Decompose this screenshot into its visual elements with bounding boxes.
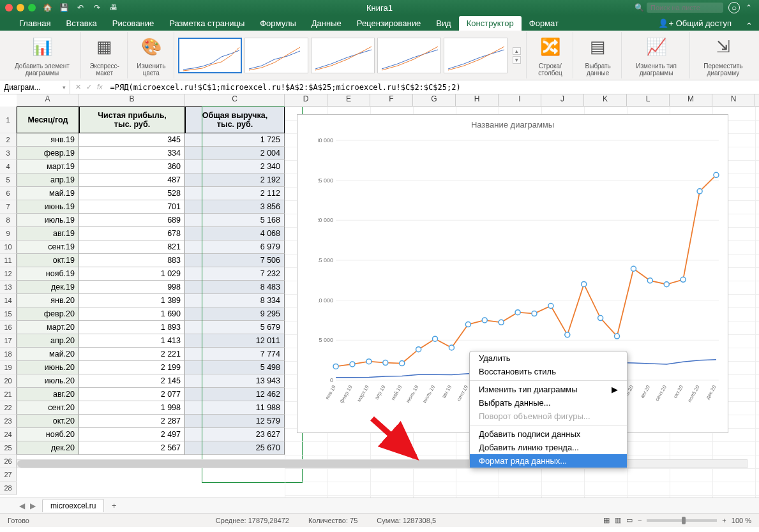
- view-layout-icon[interactable]: ▥: [615, 516, 621, 524]
- print-icon[interactable]: 🖶: [109, 3, 119, 13]
- menu-item[interactable]: Добавить подписи данных: [470, 427, 627, 441]
- row-header-5[interactable]: 5: [0, 174, 17, 187]
- cell[interactable]: окт.19: [17, 254, 79, 267]
- window-minimize-icon[interactable]: [17, 4, 24, 11]
- header-cell[interactable]: Чистая прибыль, тыс. руб.: [79, 107, 185, 133]
- col-header-B[interactable]: B: [79, 94, 185, 106]
- row-header-15[interactable]: 15: [0, 307, 17, 321]
- home-icon[interactable]: 🏠: [42, 3, 52, 13]
- change-colors-button[interactable]: 🎨 Изменить цвета: [129, 32, 174, 78]
- cell[interactable]: дек.19: [17, 281, 79, 294]
- row-header-16[interactable]: 16: [0, 321, 17, 334]
- header-cell[interactable]: Общая выручка, тыс. руб.: [185, 107, 285, 133]
- cell[interactable]: авг.19: [17, 227, 79, 240]
- col-header-N[interactable]: N: [712, 94, 755, 106]
- cell[interactable]: 487: [79, 174, 185, 187]
- row-header-28[interactable]: 28: [0, 482, 17, 495]
- cell[interactable]: 2 145: [79, 374, 185, 388]
- cell[interactable]: 2 004: [185, 147, 285, 160]
- cell[interactable]: апр.20: [17, 334, 79, 348]
- cell[interactable]: янв.20: [17, 294, 79, 307]
- cell[interactable]: 7 774: [185, 348, 285, 361]
- cell[interactable]: 4 068: [185, 227, 285, 240]
- cell[interactable]: 2 221: [79, 348, 185, 361]
- menu-item[interactable]: Изменить тип диаграммы▶: [470, 383, 627, 396]
- tab-Рецензирование[interactable]: Рецензирование: [349, 16, 428, 31]
- feedback-icon[interactable]: ☺: [728, 2, 740, 13]
- col-header-I[interactable]: I: [499, 94, 541, 106]
- cell[interactable]: май.20: [17, 348, 79, 361]
- col-header-M[interactable]: M: [670, 94, 712, 106]
- chevron-up-icon[interactable]: ⌃: [744, 3, 754, 13]
- cell[interactable]: 998: [79, 281, 185, 294]
- row-header-24[interactable]: 24: [0, 428, 17, 441]
- add-chart-element-button[interactable]: 📊 Добавить элемент диаграммы: [4, 32, 81, 78]
- cell[interactable]: 1 893: [79, 321, 185, 334]
- cell[interactable]: 12 579: [185, 415, 285, 428]
- cell[interactable]: авг.20: [17, 388, 79, 401]
- sheet-nav-right-icon[interactable]: ▶: [30, 501, 36, 510]
- menu-item[interactable]: Выбрать данные...: [470, 396, 627, 410]
- tab-Данные[interactable]: Данные: [304, 16, 349, 31]
- chart-title[interactable]: Название диаграммы: [297, 115, 728, 129]
- cell[interactable]: 7 506: [185, 254, 285, 267]
- row-header-2[interactable]: 2: [0, 133, 17, 147]
- tab-Главная[interactable]: Главная: [11, 16, 58, 31]
- col-header-H[interactable]: H: [456, 94, 499, 106]
- chart-style-3[interactable]: [311, 38, 375, 73]
- chart-style-2[interactable]: [244, 38, 308, 73]
- row-header-13[interactable]: 13: [0, 281, 17, 294]
- cell[interactable]: 7 232: [185, 267, 285, 281]
- row-header-22[interactable]: 22: [0, 401, 17, 415]
- chart-style-5[interactable]: [444, 38, 507, 73]
- window-maximize-icon[interactable]: [28, 4, 36, 11]
- chart-style-4[interactable]: [377, 38, 441, 73]
- col-header-C[interactable]: C: [185, 94, 285, 106]
- cell[interactable]: 334: [79, 147, 185, 160]
- cell[interactable]: 2 287: [79, 415, 185, 428]
- tab-Вставка[interactable]: Вставка: [58, 16, 104, 31]
- row-header-12[interactable]: 12: [0, 267, 17, 281]
- share-button[interactable]: 👤+ Общий доступ: [650, 16, 739, 31]
- name-box[interactable]: Диаграм...▾: [0, 80, 70, 94]
- worksheet-grid[interactable]: ABCDEFGHIJKLMN 1234567891011121314151617…: [0, 94, 759, 498]
- cell[interactable]: 2 077: [79, 388, 185, 401]
- accept-formula-icon[interactable]: ✓: [86, 83, 92, 91]
- col-header-K[interactable]: K: [584, 94, 627, 106]
- col-header-G[interactable]: G: [413, 94, 456, 106]
- row-header-20[interactable]: 20: [0, 374, 17, 388]
- menu-item[interactable]: Удалить: [470, 351, 627, 365]
- col-header-L[interactable]: L: [627, 94, 670, 106]
- cell[interactable]: 2 340: [185, 160, 285, 174]
- menu-item[interactable]: Восстановить стиль: [470, 365, 627, 378]
- row-header-17[interactable]: 17: [0, 334, 17, 348]
- col-header-F[interactable]: F: [370, 94, 413, 106]
- cell[interactable]: дек.20: [17, 441, 79, 455]
- tab-Формулы[interactable]: Формулы: [252, 16, 304, 31]
- view-pagebreak-icon[interactable]: ▭: [626, 516, 633, 524]
- cell[interactable]: сент.20: [17, 401, 79, 415]
- col-header-J[interactable]: J: [541, 94, 584, 106]
- cell[interactable]: 1 725: [185, 133, 285, 147]
- cell[interactable]: окт.20: [17, 415, 79, 428]
- cell[interactable]: февр.19: [17, 147, 79, 160]
- row-header-21[interactable]: 21: [0, 388, 17, 401]
- add-sheet-button[interactable]: +: [107, 500, 121, 512]
- cell[interactable]: 12 462: [185, 388, 285, 401]
- cell[interactable]: июнь.20: [17, 361, 79, 374]
- cell[interactable]: март.20: [17, 321, 79, 334]
- cell[interactable]: 12 011: [185, 334, 285, 348]
- cell[interactable]: 6 979: [185, 240, 285, 254]
- search-box[interactable]: 🔍: [635, 3, 723, 13]
- cell[interactable]: 821: [79, 240, 185, 254]
- col-header-E[interactable]: E: [327, 94, 370, 106]
- cell[interactable]: февр.20: [17, 307, 79, 321]
- chart-styles-gallery[interactable]: ▴▾: [176, 32, 527, 78]
- cell[interactable]: 1 389: [79, 294, 185, 307]
- undo-icon[interactable]: ↶: [75, 3, 86, 13]
- cell[interactable]: 2 199: [79, 361, 185, 374]
- zoom-slider[interactable]: [647, 519, 717, 522]
- cell[interactable]: сент.19: [17, 240, 79, 254]
- col-header-D[interactable]: D: [285, 94, 327, 106]
- cell[interactable]: 9 295: [185, 307, 285, 321]
